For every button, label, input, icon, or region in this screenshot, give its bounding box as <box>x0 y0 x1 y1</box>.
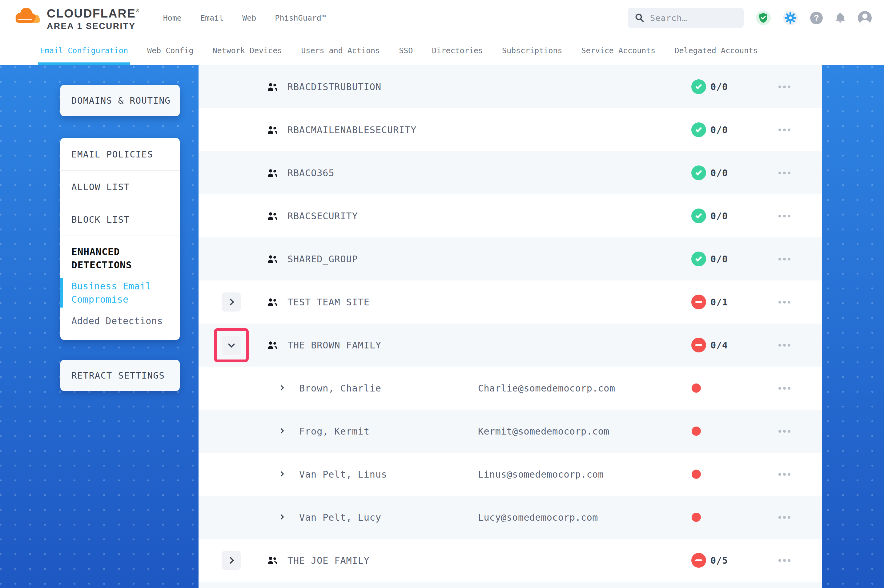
help-icon: ? <box>814 13 819 23</box>
minus-icon <box>695 301 702 303</box>
member-count: 0/4 <box>710 324 728 367</box>
row-actions-menu[interactable] <box>779 410 791 453</box>
ellipsis-icon <box>779 86 781 88</box>
ellipsis-icon <box>779 129 781 131</box>
member-row: Van Pelt, Lucy Lucy@somedemocorp.com <box>198 496 822 539</box>
group-row: RBACO365 0/0 <box>198 151 822 194</box>
group-row: RBACDISTRUBUTION 0/0 <box>198 65 822 108</box>
user-avatar-button[interactable] <box>858 11 872 25</box>
minus-icon <box>695 344 702 346</box>
sidebar-item-domains-routing[interactable]: DOMAINS & ROUTING <box>60 85 180 116</box>
member-count: 0/0 <box>710 65 728 108</box>
header-actions: Search… <box>628 8 872 28</box>
content-area: DOMAINS & ROUTING EMAIL POLICIES ALLOW L… <box>0 65 884 588</box>
search-input[interactable]: Search… <box>628 8 744 28</box>
expand-toggle-button[interactable] <box>222 336 241 355</box>
row-actions-menu[interactable] <box>779 496 791 539</box>
brand-subtitle: AREA 1 SECURITY <box>47 22 139 30</box>
row-actions-menu[interactable] <box>779 280 791 324</box>
ellipsis-icon <box>779 301 781 303</box>
sidebar-item-allow-list[interactable]: ALLOW LIST <box>60 171 180 203</box>
settings-button[interactable] <box>783 10 798 25</box>
group-name: RBACO365 <box>287 151 335 194</box>
sidebar-item-block-list[interactable]: BLOCK LIST <box>60 203 180 236</box>
cloudflare-logo[interactable]: CLOUDFLARE® AREA 1 SECURITY <box>12 6 139 30</box>
row-actions-menu[interactable] <box>779 539 791 582</box>
member-count: 0/1 <box>710 280 728 324</box>
nav-item-web[interactable]: Web <box>242 14 256 22</box>
tab-directories[interactable]: Directories <box>432 36 483 65</box>
nav-item-phishguard[interactable]: PhishGuard™ <box>275 14 326 22</box>
member-count: 0/5 <box>710 539 728 582</box>
table-row-partial <box>198 582 822 588</box>
group-row: RBACMAILENABLESECURITY 0/0 <box>198 108 822 151</box>
tab-delegated-accounts[interactable]: Delegated Accounts <box>674 36 758 65</box>
row-actions-menu[interactable] <box>779 65 791 108</box>
tab-users-and-actions[interactable]: Users and Actions <box>301 36 380 65</box>
member-chevron-icon[interactable] <box>279 471 284 477</box>
status-ok-badge <box>691 208 706 223</box>
group-row: RBACSECURITY 0/0 <box>198 194 822 237</box>
expand-toggle-button[interactable] <box>222 551 241 570</box>
help-button[interactable]: ? <box>810 12 823 24</box>
sidebar-item-email-policies[interactable]: EMAIL POLICIES <box>60 138 180 171</box>
group-people-icon <box>267 168 278 177</box>
group-people-icon <box>267 298 278 307</box>
app-header: CLOUDFLARE® AREA 1 SECURITY Home Email W… <box>0 0 884 36</box>
tab-service-accounts[interactable]: Service Accounts <box>582 36 655 65</box>
status-dot <box>692 426 701 436</box>
status-blocked-badge <box>691 553 706 568</box>
tab-web-config[interactable]: Web Config <box>147 36 194 65</box>
section-tabs: Email Configuration Web Config Network D… <box>0 36 884 65</box>
brand-text: CLOUDFLARE® AREA 1 SECURITY <box>47 8 139 30</box>
cloudflare-cloud-icon <box>12 6 43 25</box>
check-icon <box>695 126 702 132</box>
status-ok-badge <box>691 252 706 266</box>
member-name: Brown, Charlie <box>299 367 381 410</box>
member-count: 0/0 <box>710 108 728 151</box>
row-actions-menu[interactable] <box>779 194 791 237</box>
minus-icon <box>695 560 702 561</box>
expand-slot <box>222 292 241 312</box>
annotation-highlight-box <box>214 328 249 362</box>
sidebar-item-added-detections[interactable]: Added Detections <box>71 315 169 326</box>
member-chevron-icon[interactable] <box>279 514 284 520</box>
ellipsis-icon <box>779 516 781 519</box>
status-ok-badge <box>691 80 706 94</box>
check-icon <box>695 169 702 175</box>
sidebar-item-retract-settings[interactable]: RETRACT SETTINGS <box>60 360 180 391</box>
tab-sso[interactable]: SSO <box>399 36 413 65</box>
nav-item-email[interactable]: Email <box>200 14 224 22</box>
row-actions-menu[interactable] <box>779 324 791 367</box>
member-chevron-icon[interactable] <box>279 386 284 391</box>
member-email: Linus@somedemocorp.com <box>478 453 604 496</box>
security-status-button[interactable] <box>756 10 771 25</box>
sidebar-item-business-email-compromise[interactable]: Business Email Compromise <box>71 279 169 306</box>
status-dot <box>692 470 701 479</box>
chevron-icon <box>228 341 235 348</box>
bell-icon <box>835 12 845 24</box>
row-actions-menu[interactable] <box>779 237 791 280</box>
row-actions-menu[interactable] <box>779 151 791 194</box>
group-people-icon <box>267 212 278 220</box>
app-window: CLOUDFLARE® AREA 1 SECURITY Home Email W… <box>0 0 884 588</box>
retract-settings-label: RETRACT SETTINGS <box>71 370 165 381</box>
row-actions-menu[interactable] <box>779 453 791 496</box>
status-blocked-badge <box>691 295 706 309</box>
member-row: Van Pelt, Linus Linus@somedemocorp.com <box>198 453 822 496</box>
group-name: RBACMAILENABLESECURITY <box>287 108 416 151</box>
search-placeholder: Search… <box>650 13 687 23</box>
row-actions-menu[interactable] <box>779 108 791 151</box>
group-name: THE BROWN FAMILY <box>287 324 381 367</box>
row-actions-menu[interactable] <box>779 367 791 410</box>
group-people-icon <box>267 341 278 350</box>
member-email: Lucy@somedemocorp.com <box>478 496 598 539</box>
tab-email-configuration[interactable]: Email Configuration <box>40 36 128 65</box>
nav-item-home[interactable]: Home <box>163 14 182 22</box>
tab-network-devices[interactable]: Network Devices <box>213 36 282 65</box>
member-email: Kermit@somedemocorp.com <box>478 410 609 453</box>
notifications-button[interactable] <box>835 12 845 24</box>
tab-subscriptions[interactable]: Subscriptions <box>502 36 562 65</box>
member-chevron-icon[interactable] <box>279 428 284 434</box>
expand-toggle-button[interactable] <box>222 292 241 312</box>
